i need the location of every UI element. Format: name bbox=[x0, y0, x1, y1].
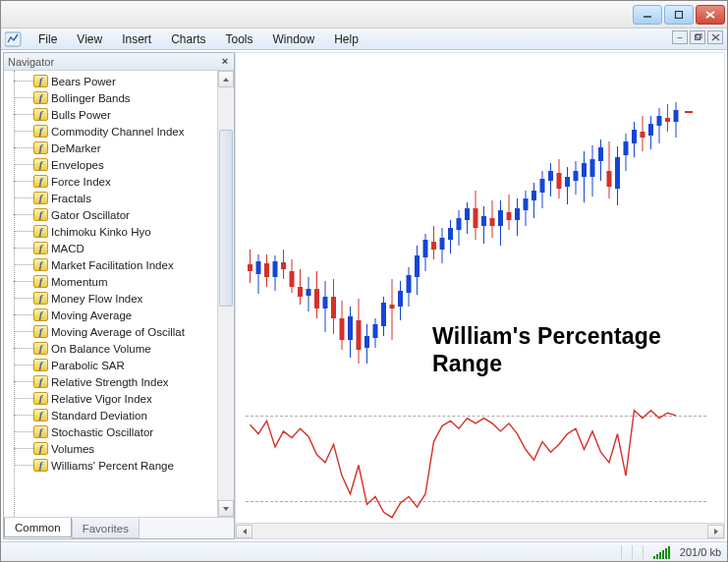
indicator-item[interactable]: fDeMarker bbox=[33, 140, 217, 156]
scroll-down-button[interactable] bbox=[218, 500, 234, 517]
indicator-label: Volumes bbox=[51, 443, 94, 455]
indicator-label: Momentum bbox=[51, 276, 108, 288]
indicator-label: Bollinger Bands bbox=[51, 92, 131, 104]
menubar: FileViewInsertChartsToolsWindowHelp – bbox=[1, 28, 727, 50]
scroll-left-button[interactable] bbox=[236, 525, 252, 538]
menu-file[interactable]: File bbox=[28, 29, 67, 49]
mdi-close-button[interactable] bbox=[707, 30, 723, 44]
menu-charts[interactable]: Charts bbox=[161, 29, 215, 49]
indicator-item[interactable]: fEnvelopes bbox=[33, 156, 217, 173]
indicator-label: Gator Oscillator bbox=[51, 209, 130, 221]
indicator-icon: f bbox=[33, 292, 48, 305]
navigator-close-button[interactable]: × bbox=[218, 54, 232, 68]
indicator-item[interactable]: fBulls Power bbox=[33, 106, 217, 123]
indicator-label: Bears Power bbox=[51, 76, 116, 87]
indicator-item[interactable]: fMACD bbox=[33, 240, 217, 256]
navigator-panel: Navigator × fBears PowerfBollinger Bands… bbox=[3, 52, 235, 539]
indicator-label: Relative Vigor Index bbox=[51, 393, 152, 405]
indicator-icon: f bbox=[33, 91, 48, 104]
chevron-left-icon bbox=[242, 528, 248, 535]
window-maximize-button[interactable] bbox=[664, 5, 694, 25]
indicator-chart bbox=[236, 53, 725, 539]
window-close-button[interactable] bbox=[696, 5, 725, 25]
indicator-item[interactable]: fMoney Flow Index bbox=[33, 290, 217, 307]
chevron-up-icon bbox=[222, 77, 230, 83]
indicator-item[interactable]: fMarket Facilitation Index bbox=[33, 256, 217, 273]
svg-rect-5 bbox=[695, 35, 700, 40]
indicator-item[interactable]: fGator Oscillator bbox=[33, 206, 217, 223]
navigator-tab-favorites[interactable]: Favorites bbox=[72, 519, 140, 538]
indicator-item[interactable]: fVolumes bbox=[33, 440, 217, 457]
indicator-label: Envelopes bbox=[51, 159, 104, 171]
svg-marker-10 bbox=[223, 507, 229, 511]
scroll-right-button[interactable] bbox=[707, 525, 724, 538]
indicator-item[interactable]: fStochastic Oscillator bbox=[33, 423, 217, 440]
navigator-scrollbar[interactable] bbox=[217, 71, 234, 517]
menu-window[interactable]: Window bbox=[263, 29, 325, 49]
svg-rect-1 bbox=[676, 12, 683, 19]
indicator-label: Parabolic SAR bbox=[51, 360, 125, 371]
mdi-restore-button[interactable] bbox=[690, 30, 705, 44]
indicator-icon: f bbox=[33, 375, 48, 388]
menu-insert[interactable]: Insert bbox=[112, 29, 161, 49]
chart-area[interactable]: William's Percentage Range bbox=[235, 52, 725, 539]
indicator-icon: f bbox=[33, 309, 48, 321]
indicator-item[interactable]: fParabolic SAR bbox=[33, 357, 217, 373]
scroll-up-button[interactable] bbox=[218, 71, 234, 87]
indicator-item[interactable]: fForce Index bbox=[33, 173, 217, 190]
indicator-label: Standard Deviation bbox=[51, 410, 147, 422]
menu-tools[interactable]: Tools bbox=[216, 29, 263, 49]
indicator-icon: f bbox=[33, 325, 48, 338]
indicator-label: Money Flow Index bbox=[51, 293, 142, 305]
indicator-item[interactable]: fOn Balance Volume bbox=[33, 340, 217, 357]
maximize-icon bbox=[674, 11, 684, 19]
indicator-label: Moving Average bbox=[51, 309, 132, 321]
indicator-item[interactable]: fStandard Deviation bbox=[33, 407, 217, 423]
window-minimize-button[interactable] bbox=[633, 5, 662, 25]
navigator-tab-common[interactable]: Common bbox=[4, 518, 72, 537]
indicator-icon: f bbox=[33, 108, 48, 121]
indicator-icon: f bbox=[33, 141, 48, 154]
indicator-label: Market Facilitation Index bbox=[51, 259, 174, 271]
window-titlebar bbox=[1, 1, 727, 28]
chart-overlay-text: William's Percentage Range bbox=[432, 322, 661, 377]
indicator-label: Stochastic Oscillator bbox=[51, 426, 153, 438]
indicator-label: Bulls Power bbox=[51, 109, 111, 121]
indicator-icon: f bbox=[33, 275, 48, 288]
connection-status: 201/0 kb bbox=[680, 546, 721, 558]
indicator-icon: f bbox=[33, 409, 48, 422]
indicator-item[interactable]: fFractals bbox=[33, 190, 217, 206]
indicator-icon: f bbox=[33, 442, 48, 455]
indicator-item[interactable]: fIchimoku Kinko Hyo bbox=[33, 223, 217, 240]
svg-marker-117 bbox=[714, 529, 718, 534]
indicator-label: Williams' Percent Range bbox=[51, 460, 174, 472]
close-icon bbox=[705, 11, 715, 19]
mdi-minimize-button[interactable]: – bbox=[672, 30, 688, 44]
indicator-icon: f bbox=[33, 75, 48, 87]
indicator-icon: f bbox=[33, 208, 48, 221]
indicator-label: Ichimoku Kinko Hyo bbox=[51, 226, 151, 238]
indicator-label: On Balance Volume bbox=[51, 343, 151, 355]
indicator-icon: f bbox=[33, 192, 48, 204]
indicator-item[interactable]: fCommodity Channel Index bbox=[33, 123, 217, 140]
scroll-thumb[interactable] bbox=[219, 130, 233, 307]
indicator-item[interactable]: fMomentum bbox=[33, 273, 217, 290]
menu-view[interactable]: View bbox=[67, 29, 112, 49]
indicator-item[interactable]: fBears Power bbox=[33, 73, 217, 89]
indicator-item[interactable]: fBollinger Bands bbox=[33, 89, 217, 106]
indicator-item[interactable]: fMoving Average of Oscillat bbox=[33, 323, 217, 340]
indicator-icon: f bbox=[33, 392, 48, 405]
indicator-item[interactable]: fRelative Vigor Index bbox=[33, 390, 217, 407]
menu-help[interactable]: Help bbox=[324, 29, 368, 49]
navigator-title: Navigator bbox=[8, 56, 54, 68]
connection-bars-icon bbox=[653, 545, 670, 559]
indicator-icon: f bbox=[33, 359, 48, 371]
indicator-item[interactable]: fWilliams' Percent Range bbox=[33, 457, 217, 474]
indicator-icon: f bbox=[33, 342, 48, 355]
indicator-item[interactable]: fRelative Strength Index bbox=[33, 373, 217, 390]
chart-scrollbar-horizontal[interactable] bbox=[236, 523, 724, 538]
chevron-down-icon bbox=[222, 506, 230, 512]
statusbar: 201/0 kb bbox=[1, 541, 727, 561]
indicator-item[interactable]: fMoving Average bbox=[33, 307, 217, 323]
svg-rect-6 bbox=[697, 33, 701, 38]
